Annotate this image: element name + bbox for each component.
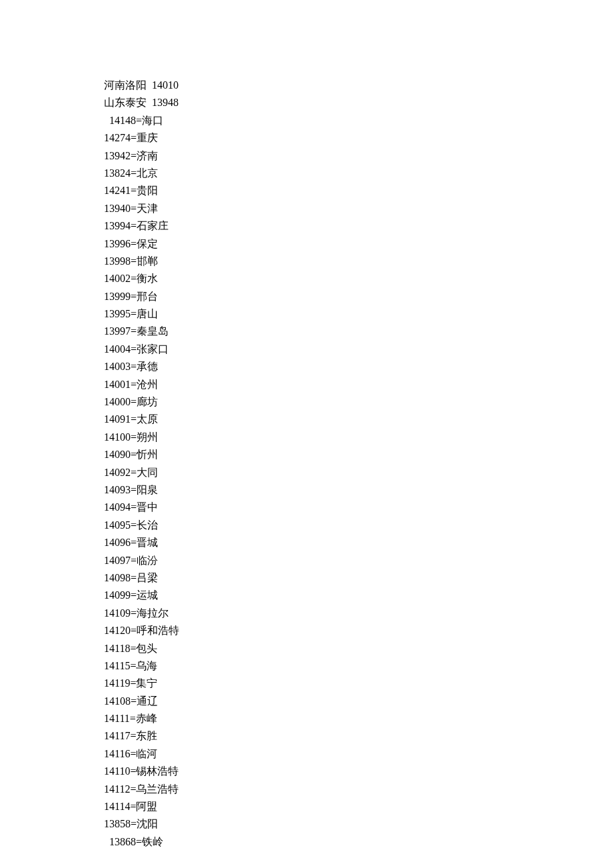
text-line: 山东泰安 13948: [104, 94, 613, 111]
text-line: 13942=济南: [104, 147, 613, 165]
text-line: 14091=太原: [104, 411, 613, 428]
text-line: 14000=廊坊: [104, 393, 613, 411]
text-line: 14099=运城: [104, 587, 613, 604]
text-line: 14119=集宁: [104, 675, 613, 692]
text-line: 13998=邯郸: [104, 253, 613, 270]
text-line: 14116=临河: [104, 745, 613, 763]
text-line: 14111=赤峰: [104, 710, 613, 727]
text-line: 13868=铁岭: [104, 833, 613, 851]
text-line: 14117=东胜: [104, 727, 613, 745]
text-line: 14090=忻州: [104, 446, 613, 463]
text-line: 14097=临汾: [104, 552, 613, 569]
text-line: 14241=贵阳: [104, 182, 613, 199]
text-line: 13997=秦皇岛: [104, 323, 613, 340]
text-line: 14109=海拉尔: [104, 605, 613, 622]
text-line: 14004=张家口: [104, 341, 613, 358]
text-line: 14112=乌兰浩特: [104, 781, 613, 798]
text-line: 13994=石家庄: [104, 217, 613, 235]
text-line: 14002=衡水: [104, 270, 613, 287]
text-line: 14114=阿盟: [104, 798, 613, 815]
text-line: 13940=天津: [104, 200, 613, 217]
text-line: 14001=沧州: [104, 376, 613, 393]
text-line: 13999=邢台: [104, 288, 613, 305]
text-line: 13995=唐山: [104, 305, 613, 323]
text-line: 14093=阳泉: [104, 481, 613, 499]
text-line: 14096=晋城: [104, 534, 613, 551]
text-line: 14100=朔州: [104, 429, 613, 446]
text-line: 14118=包头: [104, 640, 613, 657]
text-line: 14095=长治: [104, 517, 613, 534]
text-line: 14092=大同: [104, 464, 613, 481]
text-line: 河南洛阳 14010: [104, 77, 613, 94]
text-line: 14098=吕梁: [104, 569, 613, 587]
text-line: 14094=晋中: [104, 499, 613, 516]
text-line: 13824=北京: [104, 165, 613, 182]
text-line: 14274=重庆: [104, 129, 613, 147]
text-line: 13858=沈阳: [104, 815, 613, 833]
text-line: 14115=乌海: [104, 657, 613, 675]
text-line: 14120=呼和浩特: [104, 622, 613, 639]
text-line: 14003=承德: [104, 358, 613, 375]
document-body: 河南洛阳 14010山东泰安 1394814148=海口14274=重庆1394…: [104, 77, 613, 851]
text-line: 14108=通辽: [104, 693, 613, 710]
text-line: 14110=锡林浩特: [104, 763, 613, 780]
text-line: 14148=海口: [104, 112, 613, 129]
text-line: 13996=保定: [104, 235, 613, 253]
